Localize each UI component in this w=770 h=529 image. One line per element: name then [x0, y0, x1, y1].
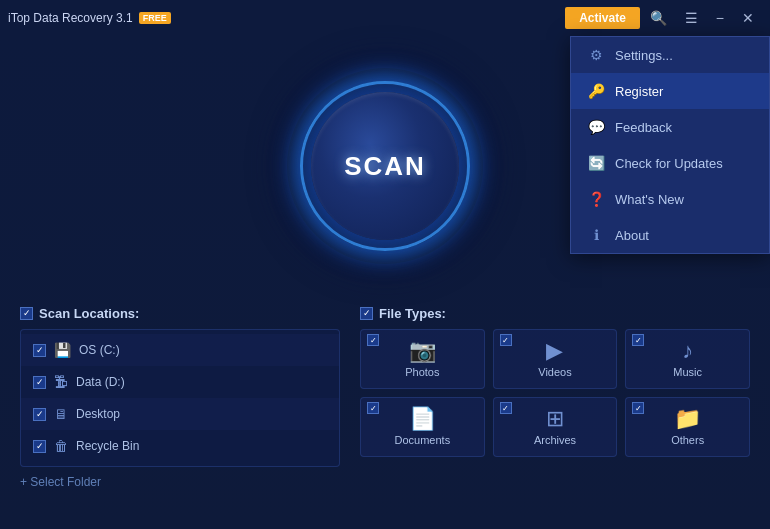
file-types-title: File Types:: [379, 306, 446, 321]
photos-icon: 📷: [409, 340, 436, 362]
menu-label-settings: Settings...: [615, 48, 673, 63]
scan-locations-checkbox[interactable]: ✓: [20, 307, 33, 320]
documents-checkbox[interactable]: ✓: [367, 402, 379, 414]
location-desktop-checkbox[interactable]: ✓: [33, 408, 46, 421]
title-bar: iTop Data Recovery 3.1 FREE Activate 🔍 ☰…: [0, 0, 770, 36]
location-item-desktop[interactable]: ✓ 🖥 Desktop: [21, 398, 339, 430]
location-desktop-label: Desktop: [76, 407, 120, 421]
file-types-checkbox[interactable]: ✓: [360, 307, 373, 320]
file-type-grid: ✓ 📷 Photos ✓ ▶ Videos ✓ ♪ Music ✓ 📄: [360, 329, 750, 457]
menu-label-feedback: Feedback: [615, 120, 672, 135]
select-folder-button[interactable]: + Select Folder: [20, 475, 340, 489]
menu-item-feedback[interactable]: 💬 Feedback: [571, 109, 769, 145]
music-icon: ♪: [682, 340, 693, 362]
menu-button[interactable]: ☰: [677, 7, 706, 29]
videos-label: Videos: [538, 366, 571, 378]
activate-button[interactable]: Activate: [565, 7, 640, 29]
select-folder-label: + Select Folder: [20, 475, 101, 489]
file-types-check-icon: ✓: [363, 309, 371, 318]
others-checkbox[interactable]: ✓: [632, 402, 644, 414]
updates-icon: 🔄: [587, 155, 605, 171]
minimize-button[interactable]: −: [708, 7, 732, 29]
documents-label: Documents: [395, 434, 451, 446]
menu-label-register: Register: [615, 84, 663, 99]
location-recycle-label: Recycle Bin: [76, 439, 139, 453]
menu-item-about[interactable]: ℹ About: [571, 217, 769, 253]
videos-checkbox[interactable]: ✓: [500, 334, 512, 346]
menu-item-whats-new[interactable]: ❓ What's New: [571, 181, 769, 217]
file-type-others[interactable]: ✓ 📁 Others: [625, 397, 750, 457]
scan-locations: ✓ Scan Locations: ✓ 💾 OS (C:) ✓ 🗜 Data (…: [20, 306, 340, 489]
app-title: iTop Data Recovery 3.1: [8, 11, 133, 25]
whats-new-icon: ❓: [587, 191, 605, 207]
menu-label-about: About: [615, 228, 649, 243]
file-type-archives[interactable]: ✓ ⊞ Archives: [493, 397, 618, 457]
documents-icon: 📄: [409, 408, 436, 430]
scan-locations-header: ✓ Scan Locations:: [20, 306, 340, 321]
menu-item-settings[interactable]: ⚙ Settings...: [571, 37, 769, 73]
archives-label: Archives: [534, 434, 576, 446]
others-icon: 📁: [674, 408, 701, 430]
drive-c-icon: 💾: [54, 342, 71, 358]
file-type-videos[interactable]: ✓ ▶ Videos: [493, 329, 618, 389]
others-label: Others: [671, 434, 704, 446]
location-list: ✓ 💾 OS (C:) ✓ 🗜 Data (D:) ✓ 🖥 Desktop ✓ …: [20, 329, 340, 467]
search-button[interactable]: 🔍: [642, 7, 675, 29]
location-c-checkbox[interactable]: ✓: [33, 344, 46, 357]
close-button[interactable]: ✕: [734, 7, 762, 29]
file-type-documents[interactable]: ✓ 📄 Documents: [360, 397, 485, 457]
menu-label-check-updates: Check for Updates: [615, 156, 723, 171]
menu-item-check-updates[interactable]: 🔄 Check for Updates: [571, 145, 769, 181]
location-item-c[interactable]: ✓ 💾 OS (C:): [21, 334, 339, 366]
bottom-section: ✓ Scan Locations: ✓ 💾 OS (C:) ✓ 🗜 Data (…: [0, 306, 770, 489]
free-badge: FREE: [139, 12, 171, 24]
location-c-label: OS (C:): [79, 343, 120, 357]
location-item-d[interactable]: ✓ 🗜 Data (D:): [21, 366, 339, 398]
menu-item-register[interactable]: 🔑 Register: [571, 73, 769, 109]
file-types: ✓ File Types: ✓ 📷 Photos ✓ ▶ Videos ✓ ♪: [360, 306, 750, 489]
photos-checkbox[interactable]: ✓: [367, 334, 379, 346]
scan-button[interactable]: SCAN: [311, 92, 459, 240]
settings-icon: ⚙: [587, 47, 605, 63]
music-checkbox[interactable]: ✓: [632, 334, 644, 346]
location-d-label: Data (D:): [76, 375, 125, 389]
file-type-music[interactable]: ✓ ♪ Music: [625, 329, 750, 389]
register-icon: 🔑: [587, 83, 605, 99]
file-type-photos[interactable]: ✓ 📷 Photos: [360, 329, 485, 389]
file-types-header: ✓ File Types:: [360, 306, 750, 321]
videos-icon: ▶: [546, 340, 563, 362]
location-d-checkbox[interactable]: ✓: [33, 376, 46, 389]
desktop-icon: 🖥: [54, 406, 68, 422]
checkbox-check-icon: ✓: [23, 309, 31, 318]
title-bar-right: Activate 🔍 ☰ − ✕: [565, 7, 762, 29]
about-icon: ℹ: [587, 227, 605, 243]
archives-checkbox[interactable]: ✓: [500, 402, 512, 414]
photos-label: Photos: [405, 366, 439, 378]
recycle-icon: 🗑: [54, 438, 68, 454]
music-label: Music: [673, 366, 702, 378]
location-recycle-checkbox[interactable]: ✓: [33, 440, 46, 453]
archives-icon: ⊞: [546, 408, 564, 430]
menu-label-whats-new: What's New: [615, 192, 684, 207]
location-item-recycle[interactable]: ✓ 🗑 Recycle Bin: [21, 430, 339, 462]
drive-d-icon: 🗜: [54, 374, 68, 390]
feedback-icon: 💬: [587, 119, 605, 135]
title-bar-left: iTop Data Recovery 3.1 FREE: [8, 11, 171, 25]
dropdown-menu: ⚙ Settings... 🔑 Register 💬 Feedback 🔄 Ch…: [570, 36, 770, 254]
scan-locations-title: Scan Locations:: [39, 306, 139, 321]
scan-container: SCAN: [285, 66, 485, 266]
